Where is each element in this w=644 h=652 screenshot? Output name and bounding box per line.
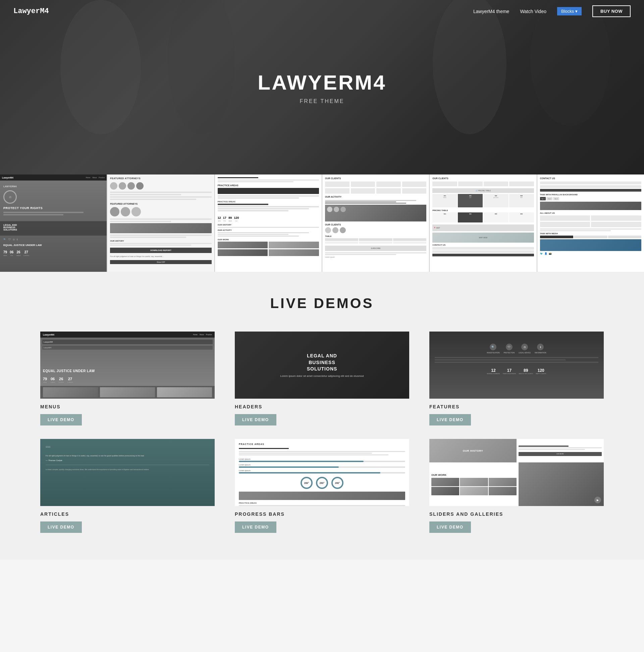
hero-title: LAWYERM4 [258,71,386,94]
buy-now-button[interactable]: BUY NOW [592,5,631,17]
strip-col-4: OUR CLIENTS OUR ACTIVITY [322,174,430,272]
articles-below-text: In these complex, quickly changing econo… [46,468,209,471]
live-demo-btn-menus[interactable]: LIVE DEMO [40,414,82,426]
demo-thumb-menus: LawyerM4 Home About Practice LawyerM4 La… [40,331,215,399]
demo-thumb-articles: ““ For all right judgment of man or thin… [40,439,215,506]
navbar-right: LawyerM4 theme Watch Video Blocks ▾ BUY … [473,5,631,17]
demo-label-articles: ARTICLES [40,511,215,517]
live-demos-section: LIVE DEMOS LawyerM4 Home About Practice [0,272,644,560]
demo-thumb-progress: PRACTICE AREAS Lorem ipsum Lorem ipsum [235,439,409,506]
navbar-logo: LawyerM4 [13,7,49,16]
strip-col-1: LawyerM4 Home About Practice LAWYERM4 ⚖ … [0,174,107,272]
demo-card-sliders: OUR HISTORY OUR MORE [429,439,604,533]
articles-quote-author: — Thomas Carlyle [46,459,209,461]
demo-thumb-headers: LEGAL ANDBUSINESSSOLUTIONS Lorem ipsum d… [235,331,409,399]
demo-label-progress: PROGRESS BARS [235,511,409,517]
demo-card-progress: PRACTICE AREAS Lorem ipsum Lorem ipsum [235,439,409,533]
demo-card-features: 🔍 INVESTIGATION 🛡 PROTECTION ⚖ LEGAL ADV… [429,331,604,426]
demo-card-menus: LawyerM4 Home About Practice LawyerM4 La… [40,331,215,426]
live-demo-btn-sliders[interactable]: LIVE DEMO [429,521,471,533]
demo-label-menus: MENUS [40,404,215,409]
navbar: LawyerM4 LawyerM4 theme Watch Video Bloc… [0,0,644,23]
articles-quote-text: For all right judgment of man or things … [46,454,209,457]
hero-subtitle: FREE THEME [258,98,386,104]
strip-col-2: FEATURED ATTORNEYS FEATURED ATTORNEYS [107,174,215,272]
demo-thumb-sliders: OUR HISTORY OUR MORE [429,439,604,506]
demo-label-features: FEATURES [429,404,604,409]
demo-card-headers: LEGAL ANDBUSINESSSOLUTIONS Lorem ipsum d… [235,331,409,426]
live-demos-title: LIVE DEMOS [40,295,604,311]
demo-card-articles: ““ For all right judgment of man or thin… [40,439,215,533]
live-demo-btn-articles[interactable]: LIVE DEMO [40,521,82,533]
live-demo-btn-features[interactable]: LIVE DEMO [429,414,471,426]
live-demo-btn-headers[interactable]: LIVE DEMO [235,414,276,426]
demos-grid: LawyerM4 Home About Practice LawyerM4 La… [40,331,604,533]
preview-strip: LawyerM4 Home About Practice LAWYERM4 ⚖ … [0,174,644,272]
strip-col-5: OUR CLIENTS 🛒 PRICING TABLE $15 basic [430,174,537,272]
theme-link[interactable]: LawyerM4 theme [473,9,509,14]
live-demo-btn-progress[interactable]: LIVE DEMO [235,521,276,533]
demo-label-headers: HEADERS [235,404,409,409]
strip-col-3: PRACTICE AREAS PRACTICE AREAS 12WIN 17YR… [215,174,322,272]
hero-section: LAWYERM4 FREE THEME [0,0,644,174]
blocks-button[interactable]: Blocks ▾ [557,7,582,16]
strip-col-6: CONTACT US TABS WITH PARALLAX BACKGROUND… [537,174,644,272]
watch-video-link[interactable]: Watch Video [520,9,547,14]
demo-label-sliders: SLIDERS AND GALLERIES [429,511,604,517]
demo-thumb-features: 🔍 INVESTIGATION 🛡 PROTECTION ⚖ LEGAL ADV… [429,331,604,399]
